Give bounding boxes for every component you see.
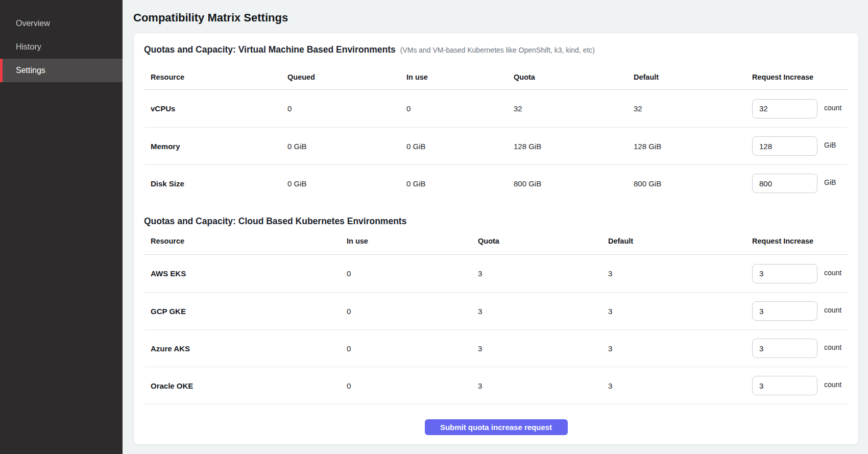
unit-label: count <box>824 380 841 389</box>
sidebar-item-label: History <box>16 42 41 52</box>
request-increase-input[interactable] <box>752 301 817 321</box>
default-value: 3 <box>608 269 752 278</box>
column-header-queued: Queued <box>287 73 406 81</box>
column-header-quota: Quota <box>514 73 634 81</box>
queued-value: 0 GiB <box>287 142 406 151</box>
unit-label: count <box>824 104 841 112</box>
column-header-resource: Resource <box>151 237 347 245</box>
default-value: 32 <box>634 104 752 113</box>
table-row: Disk Size 0 GiB 0 GiB 800 GiB 800 GiB Gi… <box>144 164 848 202</box>
sidebar-item-overview[interactable]: Overview <box>0 12 123 35</box>
unit-label: GiB <box>824 141 836 149</box>
section-cloud-title: Quotas and Capacity: Cloud Based Kuberne… <box>144 216 406 227</box>
request-increase-input[interactable] <box>752 136 817 156</box>
request-increase-input[interactable] <box>752 99 817 118</box>
request-increase-input[interactable] <box>752 264 817 283</box>
quota-value: 3 <box>478 344 608 353</box>
settings-card: Quotas and Capacity: Virtual Machine Bas… <box>133 33 859 445</box>
default-value: 128 GiB <box>634 142 752 151</box>
card-footer: Submit quota increase request <box>144 404 848 435</box>
submit-quota-request-button[interactable]: Submit quota increase request <box>425 419 568 435</box>
in-use-value: 0 GiB <box>406 179 514 188</box>
cloud-table-header: Resource In use Quota Default Request In… <box>144 227 848 255</box>
page-title: Compatibility Matrix Settings <box>133 11 859 25</box>
column-header-in-use: In use <box>347 237 478 245</box>
resource-name: vCPUs <box>151 104 287 113</box>
sidebar-item-label: Overview <box>16 19 50 28</box>
in-use-value: 0 <box>347 307 478 316</box>
column-header-quota: Quota <box>478 237 608 245</box>
in-use-value: 0 <box>406 104 514 113</box>
table-row: GCP GKE 0 3 3 count <box>144 292 848 329</box>
queued-value: 0 GiB <box>287 179 406 188</box>
sidebar-item-history[interactable]: History <box>0 35 123 59</box>
unit-label: GiB <box>824 178 836 186</box>
column-header-default: Default <box>608 237 752 245</box>
in-use-value: 0 GiB <box>406 142 514 151</box>
column-header-request-increase: Request Increase <box>752 237 848 245</box>
table-row: Azure AKS 0 3 3 count <box>144 329 848 367</box>
resource-name: Disk Size <box>151 179 287 188</box>
table-row: AWS EKS 0 3 3 count <box>144 255 848 292</box>
resource-name: Memory <box>151 142 287 151</box>
quota-value: 128 GiB <box>514 142 634 151</box>
resource-name: GCP GKE <box>151 307 347 316</box>
request-increase-input[interactable] <box>752 174 817 193</box>
quota-value: 3 <box>478 269 608 278</box>
unit-label: count <box>824 269 841 277</box>
column-header-request-increase: Request Increase <box>752 73 848 81</box>
resource-name: Azure AKS <box>151 344 347 353</box>
in-use-value: 0 <box>347 269 478 278</box>
section-vm-title: Quotas and Capacity: Virtual Machine Bas… <box>144 44 396 55</box>
column-header-default: Default <box>634 73 752 81</box>
default-value: 3 <box>608 381 752 390</box>
resource-name: AWS EKS <box>151 269 347 278</box>
main-content: Compatibility Matrix Settings Quotas and… <box>123 0 868 454</box>
section-vm-header: Quotas and Capacity: Virtual Machine Bas… <box>144 44 848 55</box>
in-use-value: 0 <box>347 344 478 353</box>
unit-label: count <box>824 306 841 314</box>
vm-table-header: Resource Queued In use Quota Default Req… <box>144 55 848 90</box>
column-header-in-use: In use <box>406 73 514 81</box>
default-value: 800 GiB <box>634 179 752 188</box>
section-cloud-header: Quotas and Capacity: Cloud Based Kuberne… <box>144 216 848 227</box>
quota-value: 3 <box>478 381 608 390</box>
table-row: vCPUs 0 0 32 32 count <box>144 90 848 127</box>
table-row: Memory 0 GiB 0 GiB 128 GiB 128 GiB GiB <box>144 127 848 164</box>
in-use-value: 0 <box>347 381 478 390</box>
default-value: 3 <box>608 344 752 353</box>
resource-name: Oracle OKE <box>151 381 347 390</box>
default-value: 3 <box>608 307 752 316</box>
sidebar-item-label: Settings <box>16 66 45 75</box>
section-vm-subtitle: (VMs and VM-based Kubernetes like OpenSh… <box>400 46 595 54</box>
sidebar-item-settings[interactable]: Settings <box>0 59 123 82</box>
quota-value: 800 GiB <box>514 179 634 188</box>
table-row: Oracle OKE 0 3 3 count <box>144 367 848 404</box>
column-header-resource: Resource <box>151 73 287 81</box>
request-increase-input[interactable] <box>752 376 817 395</box>
unit-label: count <box>824 343 841 351</box>
quota-value: 32 <box>514 104 634 113</box>
queued-value: 0 <box>287 104 406 113</box>
sidebar: Overview History Settings <box>0 0 123 454</box>
quota-value: 3 <box>478 307 608 316</box>
request-increase-input[interactable] <box>752 339 817 358</box>
